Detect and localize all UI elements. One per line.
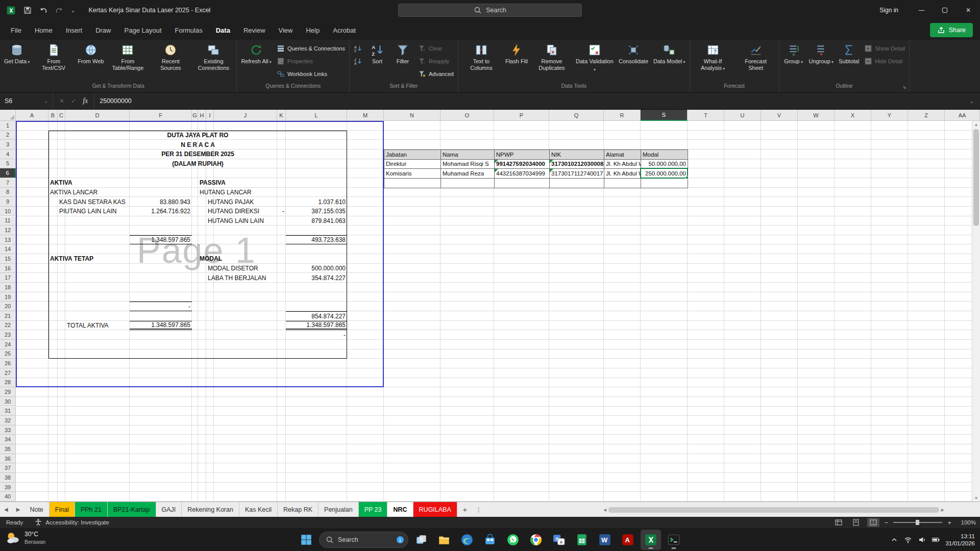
row-header-34[interactable]: 34 — [0, 435, 16, 444]
refresh-all-button[interactable]: Refresh All ▾ — [238, 41, 274, 81]
workbook-links-button[interactable]: Workbook Links — [275, 68, 347, 79]
store-taskbar-button[interactable] — [480, 530, 500, 550]
row-header-5[interactable]: 5 — [0, 159, 16, 169]
excel-taskbar-button[interactable] — [641, 530, 661, 550]
accessibility-checker-button[interactable]: Accessibility: Investigate — [34, 518, 109, 527]
sort-za-button[interactable]: ZA — [352, 56, 363, 66]
cell-L11[interactable]: 879.841.063 — [286, 216, 347, 226]
maximize-button[interactable] — [933, 0, 957, 20]
consolidate-button[interactable]: Consolidate — [616, 41, 651, 81]
sheet-tab-pp-23[interactable]: PP 23 — [359, 502, 388, 517]
data-model-button[interactable]: Data Model ▾ — [651, 41, 688, 81]
horizontal-scroll-thumb[interactable] — [608, 507, 939, 513]
row-header-30[interactable]: 30 — [0, 397, 16, 407]
row-header-3[interactable]: 3 — [0, 140, 16, 149]
formula-input[interactable]: 250000000 — [94, 93, 963, 109]
cell-K10[interactable]: - — [277, 207, 286, 216]
cell-R7[interactable] — [604, 178, 641, 188]
cell-L23[interactable]: - — [286, 330, 347, 340]
cell-P7[interactable] — [494, 178, 550, 188]
cell-Q7[interactable] — [549, 178, 604, 188]
cell-F22[interactable]: 1.348.597.865 — [130, 321, 192, 331]
cell-F9[interactable]: 83.880.943 — [130, 197, 192, 207]
sheet-tab-gaji[interactable]: GAJI — [156, 502, 182, 517]
zoom-in-button[interactable]: + — [947, 519, 951, 527]
cell-H15[interactable]: MODAL — [198, 254, 286, 264]
scroll-down-arrow[interactable]: ▼ — [972, 494, 980, 502]
column-header-Z[interactable]: Z — [908, 110, 945, 121]
cell-N6[interactable]: Komisaris — [384, 168, 441, 179]
ribbon-tab-home[interactable]: Home — [28, 20, 59, 40]
column-header-U[interactable]: U — [724, 110, 761, 121]
minimize-button[interactable] — [910, 0, 933, 20]
title-search-box[interactable]: Search — [398, 4, 582, 17]
column-header-B[interactable]: B — [48, 110, 58, 121]
row-header-1[interactable]: 1 — [0, 121, 16, 131]
worksheet-grid[interactable]: ABCDFGHIJKLMNOPQRSTUVWXYZAA1234567891011… — [0, 110, 980, 502]
file-explorer-taskbar-button[interactable] — [434, 530, 454, 550]
row-header-18[interactable]: 18 — [0, 283, 16, 292]
cell-Q4[interactable]: NIK — [549, 149, 604, 160]
zoom-out-button[interactable]: − — [885, 519, 889, 527]
cell-B2[interactable]: DUTA JAYA PLAT RO — [48, 131, 347, 140]
cell-S7[interactable] — [641, 178, 688, 188]
cell-O5[interactable]: Mohamad Risqi S — [440, 159, 495, 169]
row-header-7[interactable]: 7 — [0, 178, 16, 188]
row-header-28[interactable]: 28 — [0, 378, 16, 388]
row-header-21[interactable]: 21 — [0, 311, 16, 321]
from-text-csv-button[interactable]: From Text/CSV — [32, 41, 75, 81]
row-header-27[interactable]: 27 — [0, 368, 16, 378]
subtotal-button[interactable]: Subtotal — [836, 41, 862, 81]
ribbon-tab-insert[interactable]: Insert — [59, 20, 89, 40]
column-header-O[interactable]: O — [440, 110, 494, 121]
hide-detail-button[interactable]: Hide Detail — [863, 56, 906, 66]
column-header-Q[interactable]: Q — [549, 110, 604, 121]
cell-B5[interactable]: (DALAM RUPIAH) — [48, 159, 347, 169]
row-header-11[interactable]: 11 — [0, 216, 16, 226]
vertical-scroll-thumb[interactable] — [973, 129, 979, 226]
column-header-L[interactable]: L — [286, 110, 347, 121]
cell-L16[interactable]: 500.000.000 — [286, 264, 347, 273]
column-header-AA[interactable]: AA — [945, 110, 980, 121]
what-if-analysis-button[interactable]: ?What-If Analysis ▾ — [692, 41, 734, 81]
forecast-sheet-button[interactable]: Forecast Sheet — [734, 41, 777, 81]
sign-in-button[interactable]: Sign in — [879, 7, 898, 14]
cell-O6[interactable]: Muhamad Reza — [440, 168, 495, 179]
ribbon-tab-view[interactable]: View — [272, 20, 300, 40]
cell-L21[interactable]: 854.874.227 — [286, 311, 347, 321]
translate-taskbar-button[interactable]: Aa — [549, 530, 569, 550]
sheet-options-button[interactable]: ⋮ — [473, 502, 485, 517]
row-header-8[interactable]: 8 — [0, 188, 16, 197]
clock[interactable]: 13:11 31/01/2026 — [945, 533, 975, 547]
terminal-taskbar-button[interactable] — [664, 530, 684, 550]
filter-button[interactable]: Filter — [390, 41, 415, 81]
enter-button[interactable]: ✓ — [71, 97, 76, 105]
cell-I10[interactable]: HUTANG DIREKSI — [206, 207, 277, 216]
advanced-button[interactable]: Advanced — [416, 68, 455, 79]
column-header-P[interactable]: P — [494, 110, 549, 121]
cell-I11[interactable]: HUTANG LAIN LAIN — [206, 216, 286, 226]
vertical-scrollbar[interactable]: ▲▼ — [972, 121, 980, 502]
column-header-R[interactable]: R — [604, 110, 641, 121]
sheet-tab-note[interactable]: Note — [24, 502, 49, 517]
sheet-tab-rugilaba[interactable]: RUGILABA — [413, 502, 457, 517]
zoom-slider-handle[interactable] — [916, 520, 919, 525]
cell-B8[interactable]: AKTIVA LANCAR — [48, 188, 130, 197]
cell-L17[interactable]: 354.874.227 — [286, 273, 347, 283]
row-header-22[interactable]: 22 — [0, 321, 16, 331]
column-header-J[interactable]: J — [214, 110, 277, 121]
cell-S4[interactable]: Modal — [641, 149, 688, 160]
scroll-left-arrow[interactable]: ◀ — [601, 508, 608, 512]
new-sheet-button[interactable]: + — [457, 502, 473, 517]
chrome-taskbar-button[interactable] — [526, 530, 546, 550]
cell-B4[interactable]: PER 31 DESEMBER 2025 — [48, 149, 347, 159]
expand-formula-bar-button[interactable]: ⌄ — [964, 93, 980, 109]
column-header-W[interactable]: W — [798, 110, 835, 121]
cell-I9[interactable]: HUTANG PAJAK — [206, 197, 286, 207]
cell-D22[interactable]: TOTAL AKTIVA — [65, 321, 130, 331]
zoom-slider[interactable] — [893, 522, 942, 523]
page-break-preview-button[interactable] — [867, 518, 879, 527]
insert-function-button[interactable]: fx — [83, 97, 88, 105]
column-header-F[interactable]: F — [130, 110, 192, 121]
cell-B15[interactable]: AKTIVA TETAP — [48, 254, 130, 264]
